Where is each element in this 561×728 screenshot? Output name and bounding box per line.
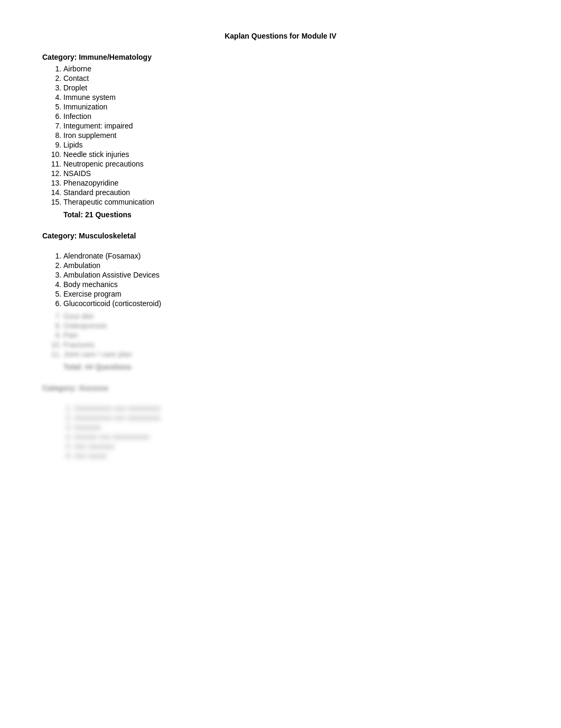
list-item: Airborne [63,64,519,73]
list-item-blurred: Xxxxxxx [74,423,519,431]
total-musculo-blurred: Total: ## Questions [63,363,519,371]
list-item-blurred: Xxxxxxxxxx xxx xxxxxxxxx [74,413,519,422]
list-item-blurred: Xxx xxxxx [74,451,519,460]
list-item-blurred: Pain [63,331,519,339]
list-item: Ambulation [63,261,519,270]
immune-hematology-list: Airborne Contact Droplet Immune system I… [63,64,519,206]
list-item: Ambulation Assistive Devices [63,271,519,279]
list-item-blurred: Gout diet [63,312,519,320]
list-item: Iron supplement [63,131,519,140]
list-item: Needle stick injuries [63,150,519,159]
list-item-blurred: Osteoporosis [63,321,519,330]
list-item: Lipids [63,141,519,149]
list-item-blurred: Xxxxxx xxx xxxxxxxxxx [74,432,519,441]
list-item: NSAIDS [63,169,519,178]
category-heading-musculo: Category: Musculoskeletal [42,232,519,240]
page-title: Kaplan Questions for Module IV [42,32,519,40]
list-item-blurred: Xxxxxxxxxx xxx xxxxxxxxx [74,404,519,412]
list-item: Standard precaution [63,188,519,197]
list-item: Glucocorticoid (corticosteroid) [63,299,519,308]
list-item: Immune system [63,93,519,102]
list-item: Droplet [63,84,519,92]
musculoskeletal-list-visible: Alendronate (Fosamax) Ambulation Ambulat… [63,252,519,308]
category-blurred-section: Category: Xxxxxxx Xxxxxxxxxx xxx xxxxxxx… [42,384,519,460]
page-container: Kaplan Questions for Module IV Category:… [42,32,519,460]
blurred-category-list: Xxxxxxxxxx xxx xxxxxxxxx Xxxxxxxxxx xxx … [74,404,519,460]
list-item: Contact [63,74,519,82]
category-heading-immune: Category: Immune/Hematology [42,53,519,61]
category-immune-hematology: Category: Immune/Hematology Airborne Con… [42,53,519,219]
list-item: Infection [63,112,519,121]
list-item: Neutropenic precautions [63,160,519,168]
category-musculoskeletal: Category: Musculoskeletal Alendronate (F… [42,232,519,371]
list-item-blurred: Joint care / care plan [63,350,519,358]
total-immune: Total: 21 Questions [63,210,519,219]
list-item: Body mechanics [63,280,519,289]
musculoskeletal-list-blurred: Gout diet Osteoporosis Pain Fractures Jo… [63,312,519,358]
list-item: Alendronate (Fosamax) [63,252,519,260]
list-item: Therapeutic communication [63,198,519,206]
list-item: Integument: impaired [63,122,519,130]
list-item: Phenazopyridine [63,179,519,187]
list-item: Immunization [63,103,519,111]
list-item-blurred: Fractures [63,340,519,349]
list-item: Exercise program [63,290,519,298]
category-heading-blurred: Category: Xxxxxxx [42,384,519,392]
list-item-blurred: Xxx xxxxxxx [74,442,519,450]
